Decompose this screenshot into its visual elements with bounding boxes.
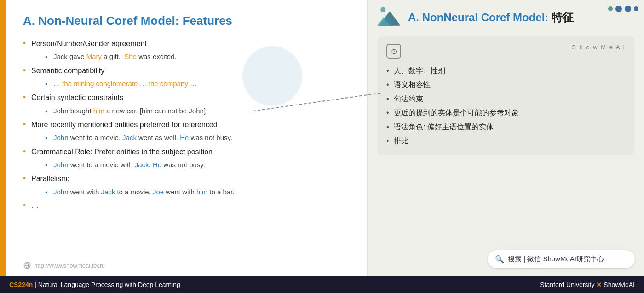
zh-item-5: 语法角色: 偏好主语位置的实体 xyxy=(394,123,494,131)
list-item: 人、数字、性别 xyxy=(386,64,626,78)
list-item: Person/Number/Gender agreement Jack gave… xyxy=(23,37,348,63)
highlight-joe: Joe xyxy=(153,188,164,196)
list-item: 语义相容性 xyxy=(386,78,626,92)
highlight-she: She xyxy=(124,53,137,60)
zh-list: 人、数字、性别 语义相容性 句法约束 更近的提到的实体是个可能的参考对象 语法角… xyxy=(386,64,626,148)
list-item: … xyxy=(23,199,348,212)
sub-bullet-list: John went to a movie. Jack went as well.… xyxy=(31,132,348,144)
sub-bullet-list: John went with Jack to a movie. Joe went… xyxy=(31,186,348,198)
bottom-left: CS224n | Natural Language Processing wit… xyxy=(9,281,180,288)
main-content: A. Non-Neural Coref Model: Features Pers… xyxy=(0,0,644,276)
brand-label: CS224n xyxy=(9,281,33,288)
highlight-mary: Mary xyxy=(86,53,102,60)
search-bar[interactable]: 🔍 搜索 | 微信 ShowMeAI研究中心 xyxy=(488,250,635,268)
decorative-dots xyxy=(608,6,638,12)
zh-item-3: 句法约束 xyxy=(394,95,423,103)
dot-blue-1 xyxy=(615,6,622,12)
list-item: 语法角色: 偏好主语位置的实体 xyxy=(386,120,626,134)
list-item: Parallelism: John went with Jack to a mo… xyxy=(23,172,348,198)
zh-item-4: 更近的提到的实体是个可能的参考对象 xyxy=(394,109,519,117)
sub-bullet-list: Jack gave Mary a gift. She was excited. xyxy=(31,51,348,63)
sub-bullet-list: John bought him a new car. [him can not … xyxy=(31,105,348,117)
showmeai-label: S h o w M e A I xyxy=(572,44,626,51)
dot-teal xyxy=(608,6,613,11)
highlight-john2: John xyxy=(53,161,69,169)
zh-item-2: 语义相容性 xyxy=(394,81,431,88)
list-item: 句法约束 xyxy=(386,92,626,106)
list-item: Jack gave Mary a gift. She was excited. xyxy=(45,51,348,63)
highlight-he2: He xyxy=(153,161,161,169)
bullet-text: Semantic compatibility xyxy=(31,67,104,75)
list-item: John went with Jack to a movie. Joe went… xyxy=(45,186,348,198)
zh-item-1: 人、数字、性别 xyxy=(394,67,445,75)
highlight-jack2: Jack xyxy=(135,161,149,169)
list-item: Grammatical Role: Prefer entities in the… xyxy=(23,146,348,171)
list-item: … the mining conglomerate … the company … xyxy=(45,78,348,90)
highlight-jack: Jack xyxy=(122,134,137,141)
bullet-dots: … xyxy=(31,202,39,210)
slide-url: http://www.showmeai.tech/ xyxy=(23,261,105,270)
list-item: John went to a movie with Jack. He was n… xyxy=(45,159,348,171)
highlight-mining: the mining conglomerate xyxy=(62,80,138,88)
bullet-text: Certain syntactic constraints xyxy=(31,94,123,101)
dot-blue-2 xyxy=(625,6,631,12)
list-item: John went to a movie. Jack went as well.… xyxy=(45,132,348,144)
right-header: A. NonNeural Coref Model: 特征 xyxy=(377,5,635,30)
sub-bullet-list: John went to a movie with Jack. He was n… xyxy=(31,159,348,171)
x-mark: ✕ xyxy=(596,281,602,288)
mountain-icon xyxy=(377,5,402,30)
search-icon: 🔍 xyxy=(495,255,504,264)
highlight-jack3: Jack xyxy=(101,188,115,196)
url-text: http://www.showmeai.tech/ xyxy=(34,262,105,269)
dot-blue-3 xyxy=(634,6,638,11)
bottom-bar: CS224n | Natural Language Processing wit… xyxy=(0,276,644,293)
right-title: A. NonNeural Coref Model: 特征 xyxy=(408,10,574,25)
url-icon xyxy=(23,261,31,270)
highlight-john3: John xyxy=(53,188,69,196)
bullet-text: More recently mentioned entities preferr… xyxy=(31,121,218,129)
left-panel: A. Non-Neural Coref Model: Features Pers… xyxy=(0,0,368,276)
zh-item-6: 排比 xyxy=(394,137,408,145)
svg-point-0 xyxy=(380,7,385,12)
bullet-text: Parallelism: xyxy=(31,175,69,182)
list-item: More recently mentioned entities preferr… xyxy=(23,118,348,144)
right-title-prefix: A. NonNeural Coref Model: xyxy=(408,11,552,23)
highlight-him: him xyxy=(93,107,104,115)
orange-bar xyxy=(0,0,6,276)
highlight-him2: him xyxy=(196,188,207,196)
list-item: John bought him a new car. [him can not … xyxy=(45,105,348,117)
highlight-he: He xyxy=(180,134,189,141)
search-text: 搜索 | 微信 ShowMeAI研究中心 xyxy=(508,255,604,264)
highlight-john: John xyxy=(53,134,69,141)
list-item: Semantic compatibility … the mining cong… xyxy=(23,64,348,90)
highlight-company: the company xyxy=(149,80,188,88)
right-title-suffix: 特征 xyxy=(552,11,574,23)
sub-bullet-list: … the mining conglomerate … the company … xyxy=(31,78,348,90)
slide-title: A. Non-Neural Coref Model: Features xyxy=(23,14,348,28)
bottom-right: Stanford University ✕ ShowMeAI xyxy=(540,281,635,288)
card-header: ⊙ S h o w M e A I xyxy=(386,44,626,59)
bottom-left-text: | Natural Language Processing with Deep … xyxy=(33,281,180,288)
list-item: 更近的提到的实体是个可能的参考对象 xyxy=(386,106,626,120)
right-panel: A. NonNeural Coref Model: 特征 ⊙ S h o w M… xyxy=(368,0,644,276)
bullet-text: Person/Number/Gender agreement xyxy=(31,40,147,47)
card-icon: ⊙ xyxy=(386,44,401,59)
list-item: 排比 xyxy=(386,134,626,148)
bullet-text: Grammatical Role: Prefer entities in the… xyxy=(31,148,213,156)
info-card: ⊙ S h o w M e A I 人、数字、性别 语义相容性 句法约束 更近的… xyxy=(377,36,635,155)
